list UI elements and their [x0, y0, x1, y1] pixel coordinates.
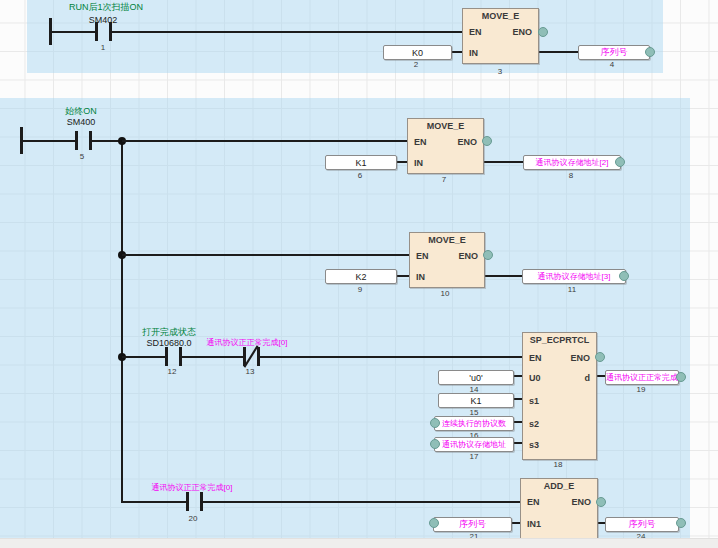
- block-title: MOVE_E: [463, 11, 538, 21]
- operand-box-k2[interactable]: K2: [325, 269, 397, 284]
- wire-segment: [122, 140, 407, 142]
- block-title: ADD_E: [521, 481, 597, 491]
- ladder-editor-canvas: RUN后1次扫描ON SM402 1 MOVE_E EN ENO IN 3 K0…: [0, 0, 718, 548]
- contact-bar: [200, 492, 203, 511]
- wire-segment: [182, 356, 243, 358]
- block-title: MOVE_E: [408, 121, 483, 131]
- wire-segment: [112, 31, 462, 33]
- pin-label-en: EN: [416, 251, 429, 261]
- block-title: MOVE_E: [410, 235, 484, 245]
- pin-label-in1: IN1: [527, 519, 541, 529]
- operand-step-number: 8: [569, 171, 573, 180]
- step-number: 13: [246, 367, 255, 376]
- pin-label-en: EN: [527, 497, 540, 507]
- contact-bar: [179, 347, 182, 366]
- pin-label-in: IN: [414, 158, 423, 168]
- eno-pin-dot: [595, 352, 605, 362]
- contact-protocol-done[interactable]: [186, 492, 203, 511]
- function-block-move-2[interactable]: MOVE_E EN ENO IN: [407, 118, 484, 174]
- operand-step-number: 4: [610, 60, 614, 69]
- function-block-move-1[interactable]: MOVE_E EN ENO IN: [462, 8, 539, 64]
- output-box-protocol-addr-2[interactable]: 通讯协议存储地址[2]: [523, 155, 621, 170]
- wire-segment: [203, 501, 520, 503]
- pin-label-s3: s3: [529, 440, 539, 450]
- operand-step-number: 19: [637, 385, 646, 394]
- pin-label-s1: s1: [529, 396, 539, 406]
- pin-label-en: EN: [414, 137, 427, 147]
- step-number: 5: [80, 152, 84, 161]
- output-pin-dot: [676, 518, 686, 528]
- input-pin-dot: [429, 518, 439, 528]
- output-pin-dot: [676, 372, 686, 382]
- operand-box-s1-k1[interactable]: K1: [438, 393, 514, 408]
- function-block-move-3[interactable]: MOVE_E EN ENO IN: [409, 232, 485, 288]
- pin-label-eno: ENO: [571, 497, 591, 507]
- operand-box-serial-in[interactable]: 序列号: [433, 517, 512, 532]
- pin-label-en: EN: [529, 353, 542, 363]
- step-number: 12: [168, 367, 177, 376]
- pin-label-eno: ENO: [457, 137, 477, 147]
- eno-pin-dot: [483, 250, 493, 260]
- wire-segment: [122, 356, 165, 358]
- contact-bar: [165, 347, 168, 366]
- wire-segment: [395, 275, 409, 277]
- input-pin-dot: [430, 418, 440, 428]
- contact-sm400[interactable]: [75, 131, 92, 150]
- input-pin-dot: [430, 439, 440, 449]
- wire-segment: [122, 254, 409, 256]
- output-pin-dot: [645, 47, 655, 57]
- operand-box-k1[interactable]: K1: [325, 155, 397, 170]
- output-box-serial-number[interactable]: 序列号: [578, 45, 650, 60]
- output-box-protocol-addr-3[interactable]: 通讯协议存储地址[3]: [522, 269, 626, 284]
- pin-label-u0: U0: [529, 373, 541, 383]
- pin-label-in: IN: [416, 272, 425, 282]
- pin-label-s2: s2: [529, 419, 539, 429]
- eno-pin-dot: [538, 27, 548, 37]
- output-pin-dot: [615, 157, 625, 167]
- contact-sd10680[interactable]: [165, 347, 182, 366]
- device-comment: RUN后1次扫描ON: [69, 1, 143, 14]
- device-name: SM400: [67, 117, 96, 127]
- operand-box-s2-protocol-count[interactable]: 连续执行的协议数: [434, 416, 514, 431]
- block-step-number: 3: [498, 67, 502, 76]
- wire-segment: [537, 51, 578, 53]
- branch-trunk-wire: [121, 141, 123, 502]
- step-number: 1: [101, 43, 105, 52]
- output-box-protocol-done[interactable]: 通讯协议正正常完成: [605, 370, 679, 385]
- operand-step-number: 2: [414, 60, 418, 69]
- pin-label-en: EN: [469, 27, 482, 37]
- pin-label-d: d: [585, 373, 591, 383]
- operand-box-s3-protocol-addr[interactable]: 通讯协议存储地址: [434, 437, 514, 452]
- function-block-sp-ecprtcl[interactable]: SP_ECPRTCL EN ENO U0 d s1 s2 s3: [522, 332, 597, 460]
- editor-bottom-strip: [0, 538, 718, 548]
- pin-label-eno: ENO: [570, 353, 590, 363]
- eno-pin-dot: [596, 497, 606, 507]
- operand-box-k0[interactable]: K0: [383, 45, 452, 60]
- block-title: SP_ECPRTCL: [523, 335, 596, 345]
- operand-box-u0[interactable]: 'u0': [438, 370, 514, 385]
- output-box-serial-out[interactable]: 序列号: [605, 517, 679, 532]
- wire-segment: [121, 501, 186, 503]
- contact-nc-protocol-done[interactable]: [243, 347, 260, 366]
- contact-bar: [257, 347, 260, 366]
- wire-segment: [482, 161, 523, 163]
- wire-segment: [483, 275, 522, 277]
- operand-step-number: 17: [470, 452, 479, 461]
- operand-step-number: 11: [568, 285, 576, 294]
- pin-label-eno: ENO: [458, 251, 478, 261]
- operand-step-number: 6: [358, 171, 362, 180]
- wire-segment: [52, 31, 95, 33]
- pin-label-in: IN: [469, 48, 478, 58]
- contact-bar: [95, 22, 98, 41]
- contact-bar: [75, 131, 78, 150]
- operand-step-number: 9: [358, 285, 362, 294]
- contact-sm402[interactable]: [95, 22, 112, 41]
- wire-segment: [23, 140, 75, 142]
- contact-bar: [186, 492, 189, 511]
- wire-segment: [260, 356, 522, 358]
- block-step-number: 10: [441, 289, 450, 298]
- block-step-number: 7: [442, 175, 446, 184]
- pin-label-eno: ENO: [512, 27, 532, 37]
- step-number: 20: [189, 514, 198, 523]
- block-step-number: 18: [554, 460, 563, 469]
